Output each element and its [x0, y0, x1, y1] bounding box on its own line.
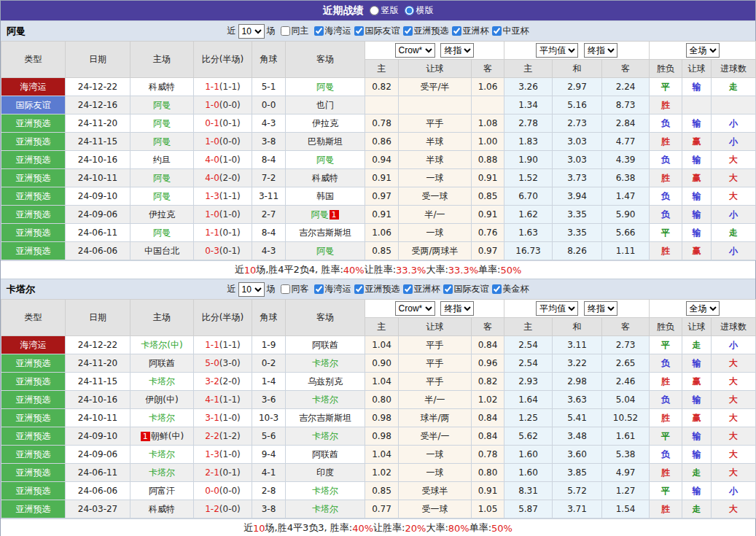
- match-date: 24-06-11: [66, 224, 130, 242]
- record-summary: 近10场,胜4平2负4, 胜率:40% 让胜率:33.3% 大率:33.3% 单…: [1, 260, 755, 279]
- team-label: 卡塔尔: [312, 504, 338, 514]
- avg-source-select[interactable]: 平均值: [536, 301, 578, 316]
- avg-stage-select[interactable]: 终指: [584, 43, 617, 58]
- competition-filter[interactable]: 亚洲杯: [449, 25, 489, 37]
- odds-handicap: 半/一: [399, 206, 472, 224]
- odds-stage-select[interactable]: 终指: [440, 43, 474, 58]
- corners: 2-7: [252, 206, 286, 224]
- corners: 3-8: [252, 133, 286, 151]
- avg-away: 4.39: [602, 151, 650, 169]
- score-halftime: (0-1): [219, 467, 241, 478]
- away-team: 阿曼: [286, 242, 365, 260]
- competition-checkbox[interactable]: [314, 284, 324, 294]
- col-away: 客场: [286, 42, 365, 78]
- match-date: 24-12-22: [66, 336, 130, 354]
- competition-filter[interactable]: 亚洲杯: [400, 283, 440, 295]
- avg-stage-select[interactable]: 终指: [584, 301, 617, 316]
- avg-home: 1.83: [504, 133, 553, 151]
- odds-away: 0.96: [472, 354, 504, 373]
- summary-segment: 33.3%: [396, 265, 426, 276]
- summary-segment: 单率:: [478, 263, 500, 276]
- competition-checkbox[interactable]: [492, 284, 502, 294]
- match-row: 亚洲预选24-11-20阿曼0-1(0-1)4-3伊拉克0.78平手1.082.…: [1, 114, 756, 133]
- same-venue-checkbox[interactable]: [281, 284, 290, 294]
- match-count-select[interactable]: 10: [238, 282, 265, 297]
- same-venue-filter[interactable]: 同主: [278, 25, 309, 37]
- score-fulltime: 0-3: [205, 246, 219, 256]
- odds-source-select[interactable]: Crow*: [395, 43, 435, 58]
- competition-checkbox[interactable]: [443, 284, 453, 294]
- avg-away: 2.73: [602, 336, 650, 354]
- competition-checkbox[interactable]: [354, 26, 364, 36]
- scope-select[interactable]: 全场: [686, 43, 720, 58]
- layout-option-vertical[interactable]: 竖版: [370, 4, 399, 17]
- odds-source-select[interactable]: Crow*: [395, 301, 435, 316]
- score-fulltime: 2-2: [205, 431, 219, 441]
- same-venue-checkbox[interactable]: [281, 26, 290, 36]
- match-date: 24-11-15: [66, 373, 130, 391]
- same-venue-filter[interactable]: 同客: [278, 283, 309, 295]
- home-team: 伊拉克: [130, 206, 194, 224]
- vertical-layout-radio[interactable]: [370, 6, 379, 15]
- team-label: 乌兹别克: [308, 376, 343, 387]
- competition-checkbox[interactable]: [452, 26, 461, 36]
- competition-filter[interactable]: 国际友谊: [351, 25, 400, 37]
- avg-source-select[interactable]: 平均值: [536, 43, 578, 58]
- team-label: 卡塔尔: [149, 449, 175, 459]
- result-goals: 小: [712, 206, 756, 224]
- home-team: 卡塔尔: [130, 446, 194, 464]
- score-halftime: (2-0): [219, 173, 241, 183]
- layout-option-horizontal[interactable]: 横版: [405, 4, 434, 17]
- score-fulltime: 1-1: [205, 82, 219, 92]
- match-type: 亚洲预选: [1, 427, 66, 446]
- match-type: 亚洲预选: [1, 373, 66, 391]
- avg-away: 2.84: [602, 114, 650, 133]
- subcol-avg-draw: 和: [553, 60, 602, 78]
- team-label: 中国台北: [144, 246, 179, 256]
- match-date: 24-09-06: [66, 206, 130, 224]
- team-label: 卡塔尔: [149, 376, 175, 387]
- avg-away: 1.27: [602, 482, 650, 500]
- odds-handicap: 受一球: [399, 187, 472, 206]
- corners: 1-4: [252, 373, 286, 391]
- home-team: 阿曼: [130, 187, 194, 206]
- competition-filter[interactable]: 亚洲预选: [351, 283, 400, 295]
- subcol-result-goals: 进球数: [712, 60, 756, 78]
- match-score: 3-2(2-0): [194, 373, 252, 391]
- result-goals: 小: [712, 482, 756, 500]
- odds-handicap: [399, 96, 472, 114]
- competition-checkbox[interactable]: [403, 284, 413, 294]
- col-type: 类型: [1, 300, 66, 336]
- competition-checkbox[interactable]: [492, 26, 502, 36]
- competition-checkbox[interactable]: [403, 26, 413, 36]
- competition-filter[interactable]: 海湾运: [311, 25, 351, 37]
- match-row: 亚洲预选24-10-11卡塔尔3-1(1-0)10-3吉尔吉斯斯坦0.98球半/…: [1, 409, 756, 427]
- match-score: 4-0(1-0): [194, 151, 252, 169]
- avg-draw: 2.97: [553, 78, 602, 96]
- match-score: 1-0(1-0): [194, 206, 252, 224]
- competition-filter[interactable]: 中亚杯: [489, 25, 529, 37]
- competition-label: 国际友谊: [365, 25, 400, 37]
- same-venue-label: 同主: [292, 25, 309, 37]
- competition-filter[interactable]: 美金杯: [489, 283, 529, 295]
- subcol-odds-handicap: 让球: [399, 60, 472, 78]
- result-scope-group: 全场: [650, 300, 756, 318]
- competition-label: 亚洲预选: [365, 283, 400, 295]
- odds-handicap: 受一球: [399, 500, 472, 518]
- match-count-select[interactable]: 10: [238, 24, 265, 39]
- avg-draw: 3.63: [553, 391, 602, 409]
- odds-away: 0.91: [472, 482, 504, 500]
- odds-stage-select[interactable]: 终指: [440, 301, 474, 316]
- corners: 3-11: [252, 187, 286, 206]
- competition-checkbox[interactable]: [354, 284, 364, 294]
- competition-filter[interactable]: 海湾运: [311, 283, 351, 295]
- competition-filter[interactable]: 亚洲预选: [400, 25, 449, 37]
- odds-away: [472, 96, 504, 114]
- summary-segment: 场,胜4平2负4, 胜率:: [256, 263, 343, 276]
- odds-home: 0.80: [365, 391, 399, 409]
- horizontal-layout-radio[interactable]: [405, 6, 414, 15]
- filter-bar: 近 10 场 同主 海湾运国际友谊亚洲预选亚洲杯中亚杯: [227, 24, 529, 39]
- competition-filter[interactable]: 国际友谊: [440, 283, 489, 295]
- competition-checkbox[interactable]: [314, 26, 324, 36]
- scope-select[interactable]: 全场: [686, 301, 720, 316]
